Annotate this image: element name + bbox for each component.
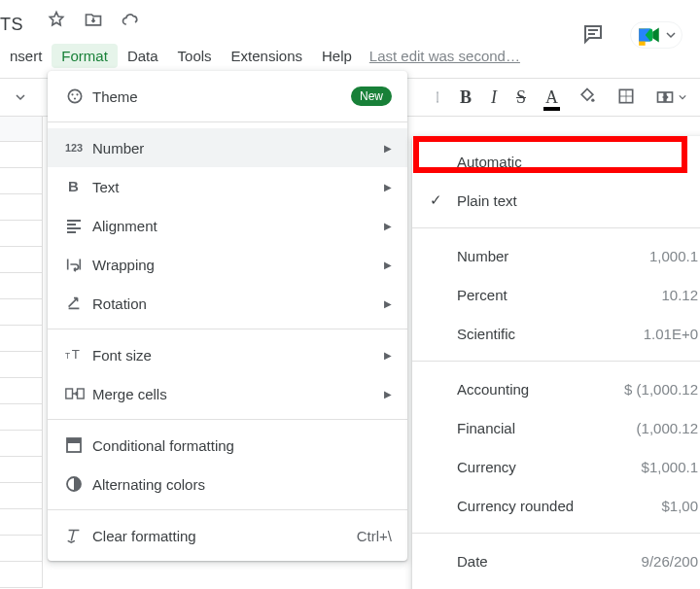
menu-clear-formatting[interactable]: Clear formatting Ctrl+\ — [48, 516, 407, 555]
wrapping-icon — [65, 256, 92, 273]
theme-icon — [65, 87, 92, 106]
number-number-sample: 1,000.1 — [649, 248, 698, 264]
font-size-icon: TT — [65, 346, 92, 364]
number-currency-rounded-sample: $1,00 — [661, 498, 698, 514]
number-automatic-label: Automatic — [457, 154, 698, 170]
menu-tools[interactable]: Tools — [168, 44, 222, 68]
menu-extensions[interactable]: Extensions — [222, 44, 312, 68]
menu-number[interactable]: 123 Number ▶ — [48, 128, 407, 167]
rotation-icon — [65, 294, 92, 312]
number-accounting-label: Accounting — [457, 381, 624, 398]
svg-point-2 — [591, 98, 594, 101]
menu-text-label: Text — [92, 179, 384, 195]
menu-theme[interactable]: Theme New — [48, 77, 407, 116]
menu-merge-cells[interactable]: Merge cells ▶ — [48, 374, 407, 413]
last-edit-link[interactable]: Last edit was second… — [369, 48, 520, 64]
svg-text:123: 123 — [65, 142, 83, 154]
clear-formatting-shortcut: Ctrl+\ — [357, 528, 392, 544]
menu-rotation[interactable]: Rotation ▶ — [48, 284, 407, 323]
menu-wrapping[interactable]: Wrapping ▶ — [48, 245, 407, 284]
number-financial-label: Financial — [457, 420, 637, 436]
menu-wrapping-label: Wrapping — [92, 257, 384, 273]
menubar: nsert Format Data Tools Extensions Help … — [0, 41, 520, 70]
submenu-arrow-icon: ▶ — [384, 260, 392, 270]
borders-button[interactable] — [616, 87, 636, 109]
sheet-row-headers — [0, 117, 43, 589]
number-submenu: Automatic ✓ Plain text Number 1,000.1 Pe… — [412, 136, 700, 589]
menu-format[interactable]: Format — [52, 44, 118, 68]
svg-point-7 — [71, 93, 73, 95]
number-number-label: Number — [457, 248, 649, 264]
number-date-sample: 9/26/200 — [642, 553, 698, 570]
menu-conditional-formatting-label: Conditional formatting — [92, 437, 392, 454]
number-automatic[interactable]: Automatic — [412, 142, 700, 181]
number-currency[interactable]: Currency $1,000.1 — [412, 447, 700, 486]
number-scientific-sample: 1.01E+0 — [644, 326, 698, 342]
number-date[interactable]: Date 9/26/200 — [412, 541, 700, 580]
svg-point-6 — [68, 89, 81, 102]
number-time[interactable]: Time 3:59:00 P — [412, 580, 700, 589]
menu-help[interactable]: Help — [312, 44, 362, 68]
number-currency-rounded[interactable]: Currency rounded $1,00 — [412, 486, 700, 525]
alternating-colors-icon — [65, 475, 92, 493]
submenu-arrow-icon: ▶ — [384, 143, 392, 154]
menu-conditional-formatting[interactable]: Conditional formatting — [48, 426, 407, 465]
number-percent-label: Percent — [457, 287, 661, 303]
menu-font-size[interactable]: TT Font size ▶ — [48, 335, 407, 374]
menu-alternating-colors[interactable]: Alternating colors — [48, 465, 407, 503]
number-number[interactable]: Number 1,000.1 — [412, 236, 700, 275]
doc-title-fragment: TS — [0, 15, 23, 35]
svg-point-0 — [437, 91, 438, 93]
menu-number-label: Number — [92, 140, 384, 156]
number-scientific-label: Scientific — [457, 326, 644, 342]
number-plain-text-label: Plain text — [457, 192, 698, 209]
number-financial[interactable]: Financial (1,000.12 — [412, 408, 700, 447]
format-dropdown: Theme New 123 Number ▶ B Text ▶ Alignmen… — [48, 71, 407, 561]
number-financial-sample: (1,000.12 — [637, 420, 698, 436]
menu-alternating-colors-label: Alternating colors — [92, 476, 392, 493]
number-percent[interactable]: Percent 10.12 — [412, 275, 700, 314]
number-accounting[interactable]: Accounting $ (1,000.12 — [412, 369, 700, 408]
submenu-arrow-icon: ▶ — [384, 298, 392, 309]
bold-button[interactable]: B — [460, 87, 472, 108]
meet-button[interactable] — [630, 21, 682, 49]
number-plain-text[interactable]: ✓ Plain text — [412, 181, 700, 220]
italic-button[interactable]: I — [491, 87, 497, 108]
alignment-icon — [65, 217, 92, 234]
number-accounting-sample: $ (1,000.12 — [624, 381, 698, 398]
menu-theme-label: Theme — [92, 88, 351, 105]
clear-formatting-icon — [65, 527, 92, 544]
comments-icon[interactable] — [581, 22, 605, 49]
toolbar-separator — [435, 91, 440, 103]
menu-text[interactable]: B Text ▶ — [48, 167, 407, 206]
svg-point-8 — [76, 93, 78, 95]
submenu-arrow-icon: ▶ — [384, 389, 392, 399]
number-icon: 123 — [65, 140, 92, 156]
svg-point-9 — [74, 97, 76, 99]
fill-color-button[interactable] — [578, 87, 597, 109]
submenu-arrow-icon: ▶ — [384, 182, 392, 192]
strikethrough-button[interactable]: S — [516, 87, 526, 108]
menu-alignment-label: Alignment — [92, 218, 384, 234]
menu-font-size-label: Font size — [92, 347, 384, 364]
menu-clear-formatting-label: Clear formatting — [92, 528, 357, 544]
menu-insert[interactable]: nsert — [0, 44, 52, 68]
cloud-icon[interactable] — [121, 10, 140, 32]
text-icon: B — [65, 178, 92, 195]
menu-alignment[interactable]: Alignment ▶ — [48, 206, 407, 245]
svg-text:T: T — [72, 347, 80, 362]
star-icon[interactable] — [47, 10, 66, 32]
svg-point-1 — [437, 101, 438, 103]
number-currency-sample: $1,000.1 — [642, 459, 698, 475]
text-color-button[interactable]: A — [545, 87, 558, 108]
menu-data[interactable]: Data — [118, 44, 168, 68]
merge-cells-button[interactable] — [655, 87, 686, 107]
submenu-arrow-icon: ▶ — [384, 221, 392, 231]
toolbar-dropdown[interactable] — [0, 79, 41, 116]
check-icon: ✓ — [430, 191, 457, 209]
number-percent-sample: 10.12 — [661, 287, 698, 303]
svg-text:B: B — [68, 178, 79, 194]
submenu-arrow-icon: ▶ — [384, 350, 392, 361]
number-scientific[interactable]: Scientific 1.01E+0 — [412, 314, 700, 353]
move-icon[interactable] — [84, 10, 103, 32]
